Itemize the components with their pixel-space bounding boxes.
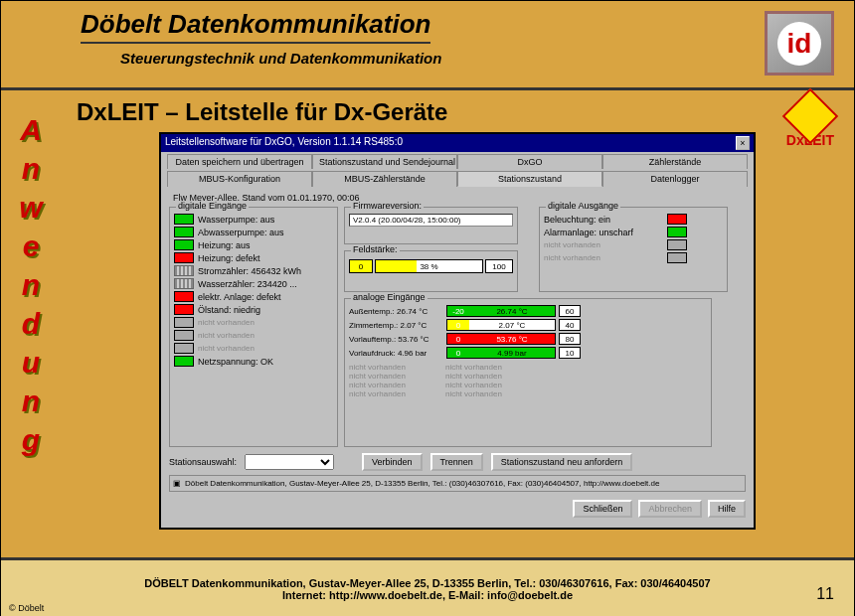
footer-line1: DÖBELT Datenkommunikation, Gustav-Meyer-… — [21, 577, 834, 589]
help-button[interactable]: Hilfe — [708, 500, 746, 518]
slide-footer: © Döbelt DÖBELT Datenkommunikation, Gust… — [1, 557, 854, 616]
digital-input-row: Heizung: aus — [174, 239, 333, 250]
status-line: Flw Meyer-Allee, Stand vom 01.01.1970, 0… — [173, 193, 746, 203]
tab[interactable]: Daten speichern und übertragen — [167, 154, 312, 169]
tab-row-top: Daten speichern und übertragenStationszu… — [161, 152, 754, 169]
digital-input-row: nicht vorhanden — [174, 317, 333, 328]
digital-input-row: Netzspannung: OK — [174, 356, 333, 367]
copyright: © Döbelt — [9, 603, 44, 613]
status-led — [174, 252, 194, 263]
close-icon[interactable]: × — [736, 136, 750, 150]
status-led — [667, 227, 687, 237]
status-led — [174, 227, 194, 237]
titlebar: Leitstellensoftware für DxGO, Version 1.… — [161, 134, 754, 152]
digital-input-row: Wasserpumpe: aus — [174, 214, 333, 225]
status-led — [174, 317, 194, 328]
digital-outputs-group: digitale Ausgänge Beleuchtung: einAlarma… — [539, 207, 728, 292]
digital-input-row: nicht vorhanden — [174, 330, 333, 341]
company-subtitle: Steuerungstechnik und Datenkommunikation — [120, 50, 834, 67]
status-led — [174, 304, 194, 315]
digital-input-row: Ölstand: niedrig — [174, 304, 333, 315]
page-title: DxLEIT – Leitstelle für Dx-Geräte — [77, 98, 838, 126]
tab[interactable]: MBUS-Zählerstände — [312, 171, 457, 187]
abort-button[interactable]: Abbrechen — [638, 500, 702, 518]
status-led — [667, 214, 687, 225]
status-led — [174, 239, 194, 250]
window-title: Leitstellensoftware für DxGO, Version 1.… — [165, 136, 403, 150]
status-led — [174, 356, 194, 367]
tab[interactable]: Datenlogger — [602, 171, 748, 187]
digital-inputs-group: digitale Eingänge Wasserpumpe: ausAbwass… — [169, 207, 338, 447]
tab[interactable]: MBUS-Konfiguration — [167, 171, 312, 187]
close-button[interactable]: Schließen — [573, 500, 632, 518]
status-led — [667, 239, 687, 250]
digital-output-row: nicht vorhanden — [544, 252, 723, 263]
digital-output-row: nicht vorhanden — [544, 239, 723, 250]
analog-row: Vorlaufdruck: 4.96 bar04.99 bar10 — [349, 347, 707, 359]
slide-header: Döbelt Datenkommunikation Steuerungstech… — [1, 1, 854, 90]
digital-input-row: Stromzähler: 456432 kWh — [174, 265, 333, 276]
disconnect-button[interactable]: Trennen — [430, 453, 483, 471]
digital-output-row: Alarmanlage: unscharf — [544, 227, 723, 237]
dxleit-logo: DxLEIT — [786, 96, 834, 148]
status-led — [174, 343, 194, 354]
digital-input-row: elektr. Anlage: defekt — [174, 291, 333, 302]
status-led — [667, 252, 687, 263]
counter-icon — [174, 265, 194, 276]
counter-icon — [174, 278, 194, 289]
footer-line2: Internet: http://www.doebelt.de, E-Mail:… — [21, 589, 834, 601]
status-led — [174, 214, 194, 225]
analog-row: Außentemp.: 26.74 °C-2026.74 °C60 — [349, 305, 707, 317]
sidebar: Anwendung — [1, 90, 61, 557]
analog-row: Vorlauftemp.: 53.76 °C053.76 °C80 — [349, 333, 707, 345]
station-select[interactable] — [245, 454, 334, 470]
tab[interactable]: Stationszustand und Sendejournal — [312, 154, 457, 169]
page-number: 11 — [816, 585, 834, 603]
address-bar: ▣ Döbelt Datenkommunikation, Gustav-Meye… — [169, 475, 746, 492]
app-window: Leitstellensoftware für DxGO, Version 1.… — [159, 132, 756, 530]
firmware-group: Firmwareversion: V2.0.4 (20.00/04/28, 15… — [344, 207, 518, 244]
tab[interactable]: Zählerstände — [602, 154, 748, 169]
analog-inputs-group: analoge Eingänge Außentemp.: 26.74 °C-20… — [344, 298, 712, 447]
connect-button[interactable]: Verbinden — [362, 453, 423, 471]
fieldstrength-group: Feldstärke: 0 38 % 100 — [344, 250, 518, 292]
digital-input-row: nicht vorhanden — [174, 343, 333, 354]
sidebar-label: Anwendung — [1, 110, 61, 459]
tab[interactable]: Stationszustand — [457, 171, 602, 187]
company-logo: id — [765, 11, 834, 76]
digital-input-row: Wasserzähler: 234420 ... — [174, 278, 333, 289]
company-title: Döbelt Datenkommunikation — [81, 9, 430, 44]
status-led — [174, 330, 194, 341]
tab[interactable]: DxGO — [457, 154, 602, 169]
digital-input-row: Abwasserpumpe: aus — [174, 227, 333, 237]
station-label: Stationsauswahl: — [169, 457, 237, 467]
firmware-value: V2.0.4 (20.00/04/28, 15:00:00) — [349, 214, 513, 227]
digital-input-row: Heizung: defekt — [174, 252, 333, 263]
analog-row: Zimmertemp.: 2.07 °C02.07 °C40 — [349, 319, 707, 331]
status-led — [174, 291, 194, 302]
digital-output-row: Beleuchtung: ein — [544, 214, 723, 225]
info-icon: ▣ — [173, 479, 181, 488]
tab-row-bottom: MBUS-KonfigurationMBUS-ZählerständeStati… — [161, 169, 754, 187]
refresh-button[interactable]: Stationszustand neu anfordern — [491, 453, 633, 471]
